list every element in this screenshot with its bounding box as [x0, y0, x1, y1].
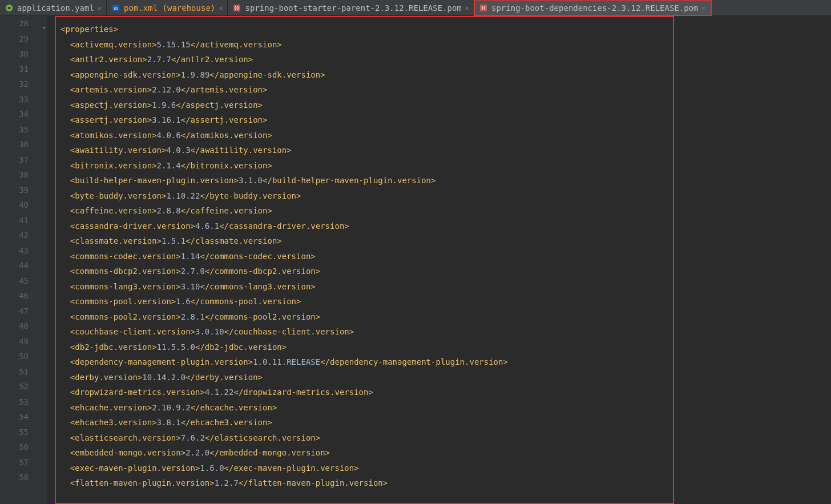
svg-text:m: m [114, 5, 118, 11]
highlighted-region: <properties> <activemq.version>5.15.15</… [55, 16, 674, 504]
line-number: 57 [0, 455, 29, 470]
line-number: 36 [0, 137, 29, 152]
tab-label: application.yaml [17, 3, 94, 13]
line-number-gutter: 2829303132333435363738394041424344454647… [0, 16, 41, 504]
fold-icon[interactable]: ▾ [42, 24, 46, 31]
line-number: 47 [0, 304, 29, 319]
line-number: 28 [0, 16, 29, 31]
tab-label: spring-boot-starter-parent-2.3.12.RELEAS… [245, 3, 461, 13]
line-number: 39 [0, 183, 29, 198]
code-text[interactable]: <properties> <activemq.version>5.15.15</… [60, 22, 668, 491]
line-number: 54 [0, 409, 29, 425]
line-number: 35 [0, 122, 29, 138]
tab-label: spring-boot-dependencies-2.3.12.RELEASE.… [491, 3, 698, 13]
tab-label: pom.xml (warehouse) [124, 3, 215, 13]
line-number: 30 [0, 46, 29, 62]
line-number: 48 [0, 318, 29, 334]
fold-gutter: ▾ [41, 16, 48, 504]
line-number: 51 [0, 364, 29, 380]
line-number: 55 [0, 425, 29, 440]
tab-pom-xml-warehouse-[interactable]: mpom.xml (warehouse)✕ [107, 0, 228, 15]
line-number: 42 [0, 228, 29, 243]
line-number: 43 [0, 243, 29, 259]
editor: 2829303132333435363738394041424344454647… [0, 16, 831, 504]
line-number: 52 [0, 379, 29, 394]
line-number: 53 [0, 394, 29, 410]
line-number: 34 [0, 107, 29, 122]
line-number: 49 [0, 334, 29, 349]
tab-spring-boot-dependencies-2-3-12-release-pom[interactable]: spring-boot-dependencies-2.3.12.RELEASE.… [474, 0, 711, 15]
svg-rect-3 [233, 5, 240, 11]
line-number: 40 [0, 197, 29, 213]
tab-spring-boot-starter-parent-2-3-12-release-pom[interactable]: spring-boot-starter-parent-2.3.12.RELEAS… [228, 0, 474, 15]
maven-file-icon: m [111, 3, 120, 13]
close-icon[interactable]: ✕ [98, 5, 102, 11]
close-icon[interactable]: ✕ [465, 5, 469, 11]
pom-file-icon [232, 3, 241, 13]
line-number: 41 [0, 213, 29, 228]
spring-file-icon [5, 3, 14, 13]
line-number: 31 [0, 62, 29, 77]
line-number: 44 [0, 258, 29, 273]
code-area[interactable]: <properties> <activemq.version>5.15.15</… [48, 16, 831, 504]
line-number: 58 [0, 470, 29, 485]
line-number: 38 [0, 167, 29, 183]
line-number: 50 [0, 349, 29, 364]
close-icon[interactable]: ✕ [701, 5, 705, 11]
line-number: 56 [0, 440, 29, 455]
svg-rect-4 [480, 5, 487, 11]
close-icon[interactable]: ✕ [219, 5, 223, 11]
line-number: 46 [0, 288, 29, 304]
line-number: 29 [0, 31, 29, 47]
tab-application-yaml[interactable]: application.yaml✕ [0, 0, 107, 15]
pom-file-icon [479, 3, 488, 13]
line-number: 37 [0, 152, 29, 168]
line-number: 33 [0, 92, 29, 107]
tab-bar: application.yaml✕mpom.xml (warehouse)✕sp… [0, 0, 831, 16]
line-number: 45 [0, 273, 29, 289]
line-number: 32 [0, 76, 29, 92]
